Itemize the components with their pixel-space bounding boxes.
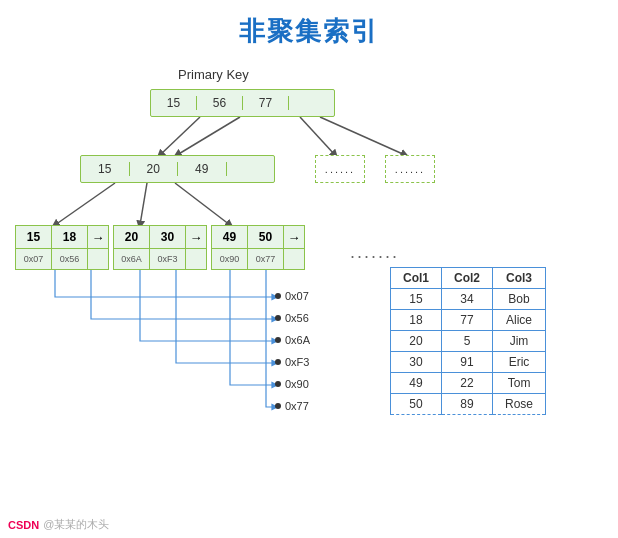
watermark-csdn: CSDN [8,519,39,531]
table-header-row: Col1 Col2 Col3 [391,268,546,289]
addr-dot-1 [275,315,281,321]
svg-line-6 [55,183,115,225]
cell-2-0: 20 [391,331,442,352]
leaf1-top-1: 15 [16,226,52,248]
addr-dot-4 [275,381,281,387]
leaf3-top-2: 50 [248,226,284,248]
page-title: 非聚集索引 [0,0,618,57]
leaf2-top-2: 30 [150,226,186,248]
pk-label: Primary Key [178,67,249,82]
addr-text-1: 0x56 [285,312,309,324]
leaf-node-2: 20 30 → 0x6A 0xF3 [113,225,207,270]
l2-cell-2: 20 [130,162,179,176]
root-cell-2: 56 [197,96,243,110]
l2-cell-1: 15 [81,162,130,176]
svg-line-3 [177,117,240,155]
addr-text-4: 0x90 [285,378,309,390]
table-row-last: 50 89 Rose [391,394,546,415]
table-row: 20 5 Jim [391,331,546,352]
cell-0-2: Bob [493,289,546,310]
leaf1-arrow: → [88,226,108,248]
cell-5-1: 89 [442,394,493,415]
col2-header: Col2 [442,268,493,289]
dots-middle: ....... [350,242,399,263]
watermark: CSDN @某某的木头 [0,517,618,532]
addr-dot-5 [275,403,281,409]
l2-cell-3: 49 [178,162,227,176]
watermark-handle: @某某的木头 [43,517,109,532]
leaf2-bot-2: 0xF3 [150,249,186,269]
data-table: Col1 Col2 Col3 15 34 Bob 18 77 Alice 20 … [390,267,546,415]
root-node: 15 56 77 [150,89,335,117]
addr-text-2: 0x6A [285,334,310,346]
leaf-row: 15 18 → 0x07 0x56 20 30 → 0x6A 0xF3 [15,225,309,270]
cell-2-2: Jim [493,331,546,352]
svg-line-2 [160,117,200,155]
svg-line-7 [140,183,147,225]
cell-4-1: 22 [442,373,493,394]
root-cell-3: 77 [243,96,289,110]
svg-line-5 [320,117,405,155]
leaf1-bot-1: 0x07 [16,249,52,269]
leaf2-top-1: 20 [114,226,150,248]
cell-1-0: 18 [391,310,442,331]
addr-dot-0 [275,293,281,299]
table-row: 49 22 Tom [391,373,546,394]
table-row: 18 77 Alice [391,310,546,331]
addr-text-0: 0x07 [285,290,309,302]
addr-item-1: 0x56 [275,307,310,329]
diagram-area: Primary Key 15 56 77 15 20 49 ...... ...… [0,57,618,537]
leaf-node-1: 15 18 → 0x07 0x56 [15,225,109,270]
svg-line-4 [300,117,335,155]
col1-header: Col1 [391,268,442,289]
root-cell-1: 15 [151,96,197,110]
addr-item-2: 0x6A [275,329,310,351]
leaf3-bot-1: 0x90 [212,249,248,269]
leaf2-bot-1: 0x6A [114,249,150,269]
leaf1-top-2: 18 [52,226,88,248]
table-row: 15 34 Bob [391,289,546,310]
cell-0-1: 34 [442,289,493,310]
leaf1-bot-arrow [88,249,108,269]
addr-text-3: 0xF3 [285,356,309,368]
addr-dot-2 [275,337,281,343]
leaf2-bot-arrow [186,249,206,269]
addr-item-5: 0x77 [275,395,310,417]
leaf3-bot-2: 0x77 [248,249,284,269]
cell-3-2: Eric [493,352,546,373]
cell-1-1: 77 [442,310,493,331]
cell-2-1: 5 [442,331,493,352]
addr-text-5: 0x77 [285,400,309,412]
cell-4-2: Tom [493,373,546,394]
svg-line-8 [175,183,230,225]
leaf2-arrow: → [186,226,206,248]
cell-5-0: 50 [391,394,442,415]
cell-1-2: Alice [493,310,546,331]
dashed-node-2: ...... [385,155,435,183]
cell-3-0: 30 [391,352,442,373]
dashed-node-1: ...... [315,155,365,183]
cell-3-1: 91 [442,352,493,373]
leaf3-top-1: 49 [212,226,248,248]
addr-item-0: 0x07 [275,285,310,307]
addr-dot-3 [275,359,281,365]
cell-0-0: 15 [391,289,442,310]
addr-labels: 0x07 0x56 0x6A 0xF3 0x90 0x77 [275,285,310,417]
addr-item-3: 0xF3 [275,351,310,373]
leaf1-bot-2: 0x56 [52,249,88,269]
leaf3-bot-arrow [284,249,304,269]
table-row: 30 91 Eric [391,352,546,373]
addr-item-4: 0x90 [275,373,310,395]
l2-node: 15 20 49 [80,155,275,183]
cell-5-2: Rose [493,394,546,415]
col3-header: Col3 [493,268,546,289]
leaf-node-3: 49 50 → 0x90 0x77 [211,225,305,270]
cell-4-0: 49 [391,373,442,394]
leaf3-arrow: → [284,226,304,248]
